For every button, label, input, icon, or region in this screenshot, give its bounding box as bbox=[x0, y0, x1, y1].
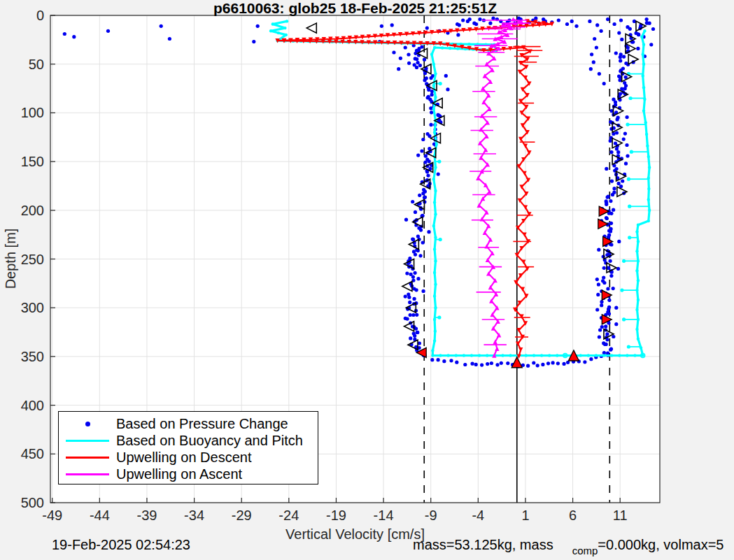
x-tick-label: -4 bbox=[472, 508, 484, 523]
legend-item-buoyancy: Based on Buoyancy and Pitch bbox=[59, 432, 318, 449]
x-tick-label: 6 bbox=[569, 508, 577, 523]
legend-label: Based on Buoyancy and Pitch bbox=[116, 433, 303, 449]
legend-label: Upwelling on Descent bbox=[116, 450, 251, 466]
y-tick-label: 250 bbox=[21, 252, 44, 267]
mass-annotation-prefix: mass=53.125kg, mass bbox=[413, 537, 553, 552]
mass-annotation-suffix: =0.000kg, volmax=5 bbox=[598, 537, 724, 552]
x-tick-label: -44 bbox=[90, 508, 110, 523]
x-tick-label: -24 bbox=[278, 508, 299, 523]
y-tick-label: 300 bbox=[21, 300, 44, 315]
y-tick-label: 100 bbox=[21, 105, 44, 120]
x-tick-label: 1 bbox=[521, 508, 529, 523]
legend-marker-dot bbox=[59, 422, 116, 426]
legend-item-pressure: Based on Pressure Change bbox=[59, 415, 318, 432]
y-tick-label: 350 bbox=[21, 349, 44, 364]
y-axis-label: Depth [m] bbox=[3, 229, 19, 289]
x-tick-label: -34 bbox=[184, 508, 204, 523]
y-tick-label: 0 bbox=[36, 8, 44, 23]
y-tick-label: 400 bbox=[21, 398, 44, 413]
legend-label: Based on Pressure Change bbox=[116, 416, 288, 432]
y-tick-label: 450 bbox=[21, 446, 44, 461]
legend-item-descent-upwelling: Upwelling on Descent bbox=[59, 449, 318, 466]
plot-title: p6610063: glob25 18-Feb-2025 21:25:51Z bbox=[50, 0, 660, 17]
x-tick-label: 11 bbox=[613, 508, 628, 523]
figure-canvas: -49-44-39-34-29-24-19-14-9-4161105010015… bbox=[0, 0, 734, 560]
x-tick-label: -29 bbox=[232, 508, 252, 523]
x-tick-label: -39 bbox=[137, 508, 157, 523]
legend-item-ascent-upwelling: Upwelling on Ascent bbox=[59, 466, 318, 482]
plot-timestamp: 19-Feb-2025 02:54:23 bbox=[52, 537, 190, 553]
mass-annotation-subscript: comp bbox=[572, 545, 598, 557]
x-tick-label: -14 bbox=[374, 508, 394, 523]
y-tick-label: 150 bbox=[21, 154, 44, 169]
legend-marker-line bbox=[59, 457, 116, 459]
legend-box: Based on Pressure Change Based on Buoyan… bbox=[58, 411, 318, 484]
x-tick-label: -49 bbox=[42, 508, 62, 523]
legend-marker-line bbox=[59, 473, 116, 475]
y-tick-label: 200 bbox=[21, 203, 44, 218]
y-tick-label: 50 bbox=[29, 57, 44, 72]
legend-label: Upwelling on Ascent bbox=[116, 466, 242, 482]
y-tick-label: 500 bbox=[21, 495, 44, 510]
mass-annotation: mass=53.125kg, masscomp=0.000kg, volmax=… bbox=[413, 537, 724, 557]
legend-marker-line bbox=[59, 440, 116, 442]
x-tick-label: -9 bbox=[425, 508, 437, 523]
x-tick-label: -19 bbox=[326, 508, 346, 523]
